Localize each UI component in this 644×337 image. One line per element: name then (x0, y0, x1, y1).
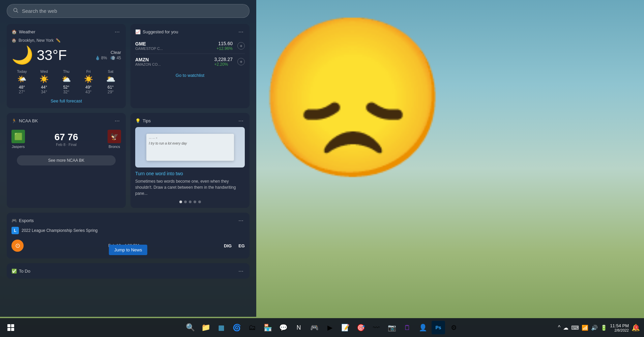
emoji-decoration: 😞 (256, 20, 450, 175)
weather-emoji: 🌙 (11, 45, 33, 65)
search-placeholder: Search the web (22, 8, 57, 14)
taskbar-notes-icon[interactable]: 📝 (339, 321, 352, 334)
jump-to-news-button[interactable]: Jump to News (109, 245, 147, 255)
stock-amzn-price: 3,228.27 +2.20% (214, 57, 233, 67)
esports-match-icon: ⊙ (11, 240, 24, 252)
todo-more-button[interactable]: ··· (237, 268, 245, 274)
stock-amzn-info: AMZN AMAZON CO... (135, 57, 161, 66)
weather-location: 🏠 Brooklyn, New York ✏️ (11, 38, 121, 43)
taskbar-people-icon[interactable]: 👤 (416, 321, 430, 334)
svg-rect-1 (7, 324, 10, 327)
system-tray: ^ ☁ ⌨ 📶 🔊 🔋 (558, 325, 608, 331)
esports-teams: DIG EG (224, 243, 245, 248)
stocks-icon: 📈 (135, 29, 141, 34)
ncaa-header: 🏃 NCAA BK ··· (11, 118, 121, 124)
esports-title: Esports (19, 218, 34, 223)
weather-title: Weather (19, 29, 35, 34)
taskbar-app1-icon[interactable]: 🎯 (354, 321, 368, 334)
ncaa-header-left: 🏃 NCAA BK (11, 118, 38, 123)
ncaa-more-button[interactable]: ··· (113, 118, 121, 124)
taskbar-date-display: 2/8/2022 (610, 328, 629, 332)
tips-dot-4[interactable] (194, 201, 196, 203)
tips-header: 💡 Tips ··· (135, 118, 245, 124)
tips-header-left: 💡 Tips (135, 118, 151, 123)
taskbar-settings-icon[interactable]: ⚙ (447, 321, 461, 334)
weather-more-button[interactable]: ··· (113, 29, 121, 35)
taskbar-file-explorer-icon[interactable]: 📁 (199, 321, 212, 334)
edit-location-icon[interactable]: ✏️ (56, 38, 61, 43)
home-team-name: Jaspers (11, 145, 25, 149)
esports-icon: 🎮 (11, 218, 17, 223)
taskbar-store-icon[interactable]: 🏪 (261, 321, 274, 334)
taskbar-file-manager-icon[interactable]: 🗂 (245, 321, 259, 334)
tray-network-icon[interactable]: 📶 (582, 325, 588, 331)
tips-more-button[interactable]: ··· (237, 118, 245, 124)
ncaa-title: NCAA BK (19, 118, 38, 123)
svg-rect-2 (11, 324, 14, 327)
weather-header-left: 🏠 Weather (11, 29, 35, 34)
game-scores: 67 76 (54, 132, 78, 143)
tips-dot-5[interactable] (198, 201, 201, 203)
stock-amzn-add-button[interactable]: + (237, 58, 245, 65)
taskbar-edge-icon[interactable]: 🌀 (230, 321, 243, 334)
condition-label: Clear (95, 50, 121, 55)
taskbar-camera-icon[interactable]: 📷 (385, 321, 399, 334)
watchlist-button[interactable]: Go to watchlist (135, 69, 245, 79)
tips-dot-3[interactable] (189, 201, 192, 203)
tips-dots (135, 201, 245, 203)
score-area: 67 76 Feb 8 · Final (54, 132, 78, 147)
notification-badge: 1 (634, 325, 639, 330)
taskbar-clock[interactable]: 11:54 PM 2/8/2022 (610, 323, 629, 332)
ncaa-widget: 🏃 NCAA BK ··· 🟩 Jaspers 67 76 Feb 8 · Fi… (7, 113, 126, 208)
esports-event: L 2022 League Championship Series Spring (11, 227, 245, 234)
tray-volume-icon[interactable]: 🔊 (591, 325, 598, 331)
see-more-ncaa-button[interactable]: See more NCAA BK (17, 155, 116, 165)
tray-battery-icon[interactable]: 🔋 (601, 325, 607, 331)
tips-dot-2[interactable] (184, 201, 187, 203)
home-team-logo: 🟩 (11, 130, 25, 143)
tray-cloud-icon[interactable]: ☁ (563, 325, 568, 331)
location-icon: 🏠 (11, 38, 17, 43)
stock-row-gme: GME GAMESTOP C... 115.60 +12.96% + (135, 38, 245, 54)
game-score: 🟩 Jaspers 67 76 Feb 8 · Final 🦅 Broncs (11, 127, 121, 151)
taskbar-media-icon[interactable]: ▶ (323, 321, 336, 334)
esports-more-button[interactable]: ··· (237, 217, 245, 223)
taskbar-search-icon[interactable]: 🔍 (183, 321, 197, 334)
taskbar-wavy-icon[interactable]: 〰 (370, 321, 383, 334)
taskbar-center-icons: 🔍 📁 ▦ 🌀 🗂 🏪 💬 N 🎮 ▶ 📝 🎯 〰 📷 🗒 👤 Ps ⚙ (183, 321, 461, 334)
stocks-header-left: 📈 Suggested for you (135, 29, 178, 34)
windows-start-button[interactable] (4, 321, 18, 334)
weather-main: 🌙 33°F Clear 💧 8% 💨 45 (11, 45, 121, 65)
search-bar[interactable]: Search the web (7, 4, 250, 18)
widget-panel: Search the web 🏠 Weather ··· 🏠 Brooklyn,… (0, 0, 256, 317)
tips-dot-1[interactable] (179, 201, 182, 203)
see-full-forecast-button[interactable]: See full forecast (11, 98, 121, 103)
tray-chevron-icon[interactable]: ^ (558, 325, 561, 331)
taskbar-right: ^ ☁ ⌨ 📶 🔊 🔋 11:54 PM 2/8/2022 🔔 1 (558, 323, 640, 332)
away-team-name: Broncs (108, 145, 121, 149)
stock-gme-add-button[interactable]: + (237, 42, 245, 50)
game-info: Feb 8 · Final (54, 143, 78, 147)
stock-gme-price: 115.60 +12.96% (216, 41, 233, 51)
tips-writing-sample: I try to run a lot every day (149, 142, 187, 145)
tips-window-mock: I try to run a lot every day (146, 134, 234, 161)
notification-area[interactable]: 🔔 1 (632, 324, 640, 332)
taskbar-xbox-icon[interactable]: 🎮 (308, 321, 321, 334)
taskbar-widgets-icon[interactable]: ▦ (214, 321, 228, 334)
weather-temp-area: 🌙 33°F (11, 45, 67, 65)
taskbar-slack-icon[interactable]: 💬 (276, 321, 290, 334)
taskbar-photoshop-icon[interactable]: Ps (432, 321, 445, 334)
stock-amzn-price-area: 3,228.27 +2.20% + (214, 57, 245, 67)
taskbar-notion-icon[interactable]: N (292, 321, 305, 334)
tips-title: Tips (143, 118, 151, 123)
ncaa-icon: 🏃 (11, 118, 17, 123)
taskbar-onenote-icon[interactable]: 🗒 (401, 321, 414, 334)
stocks-more-button[interactable]: ··· (237, 29, 245, 35)
away-team-logo: 🦅 (108, 130, 121, 143)
svg-rect-3 (7, 328, 10, 331)
tray-keyboard-icon[interactable]: ⌨ (571, 325, 579, 331)
wind: 💨 45 (110, 56, 121, 60)
taskbar: 🔍 📁 ▦ 🌀 🗂 🏪 💬 N 🎮 ▶ 📝 🎯 〰 📷 🗒 👤 Ps ⚙ ^ ☁… (0, 318, 644, 337)
esports-widget: 🎮 Esports ··· L 2022 League Championship… (7, 213, 250, 258)
svg-rect-4 (11, 328, 14, 331)
